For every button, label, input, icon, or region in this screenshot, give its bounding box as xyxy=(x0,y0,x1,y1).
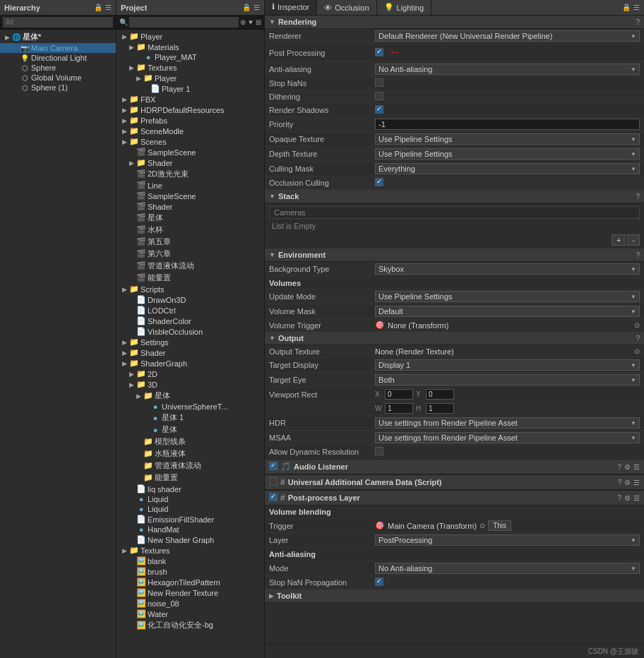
project-item-fbx[interactable]: ▶📁FBX xyxy=(117,94,264,104)
depth-texture-dropdown[interactable]: Use Pipeline Settings ▼ xyxy=(375,148,640,160)
project-item-handmat[interactable]: ●HandMat xyxy=(117,525,264,534)
project-item-shadercolor[interactable]: 📄ShaderColor xyxy=(117,316,264,326)
project-item-new-shader[interactable]: 📄New Shader Graph xyxy=(117,534,264,545)
rendering-section-header[interactable]: ▼ Rendering ? xyxy=(265,16,644,29)
project-item-3d-sg[interactable]: ▶📁3D xyxy=(117,379,264,390)
project-item-xingti-3d[interactable]: ▶📁星体 xyxy=(117,390,264,402)
project-item-ch6[interactable]: 🎬第六章 xyxy=(117,248,264,260)
environment-section-header[interactable]: ▼ Environment ? xyxy=(265,249,644,262)
project-item-noise08[interactable]: 🖼️noise_08 xyxy=(117,598,264,609)
occlusion-culling-checkbox[interactable] xyxy=(375,178,383,186)
project-item-player-f[interactable]: ▶📁Player xyxy=(117,73,264,83)
project-item-line[interactable]: 🎬Line xyxy=(117,180,264,191)
project-item-energy2[interactable]: 📁能量置 xyxy=(117,472,264,484)
culling-mask-dropdown[interactable]: Everything ▼ xyxy=(375,163,640,174)
project-item-player1[interactable]: 📄Player 1 xyxy=(117,83,264,94)
project-item-textures-p[interactable]: ▶📁Textures xyxy=(117,62,264,73)
toolkit-section-header[interactable]: ▶ Toolkit xyxy=(265,590,644,603)
project-item-brush[interactable]: 🖼️brush xyxy=(117,566,264,577)
viewport-w-input[interactable] xyxy=(385,403,413,414)
hierarchy-search-bar[interactable] xyxy=(0,16,116,30)
render-shadows-checkbox[interactable] xyxy=(375,105,383,114)
project-item-fluid2[interactable]: 📁管道液体流动 xyxy=(117,460,264,472)
stop-nan-checkbox[interactable] xyxy=(375,578,383,586)
project-item-emission[interactable]: 📄EmissionFillShader xyxy=(117,514,264,525)
tree-item-sphere-1[interactable]: ⬡ Sphere (1) xyxy=(0,83,116,92)
audio-listener-header[interactable]: 🎵 Audio Listener ? ⚙ ☰ xyxy=(265,459,644,474)
project-item-liq[interactable]: 📄liq shader xyxy=(117,484,264,494)
tab-inspector[interactable]: ℹ Inspector xyxy=(265,0,317,15)
project-item-ch5[interactable]: 🎬第五章 xyxy=(117,236,264,248)
project-item-moxing[interactable]: 📁模型线条 xyxy=(117,436,264,448)
project-item-fluid[interactable]: 🎬管道液体流动 xyxy=(117,260,264,272)
background-type-dropdown[interactable]: Skybox ▼ xyxy=(375,263,640,275)
project-item-liquid2[interactable]: ●Liquid xyxy=(117,504,264,514)
project-item-2d-sg[interactable]: ▶📁2D xyxy=(117,369,264,379)
project-item-shader3[interactable]: ▶📁Shader xyxy=(117,347,264,358)
project-item-sample-scene[interactable]: 🎬SampleScene xyxy=(117,147,264,157)
project-item-textures2[interactable]: ▶📁Textures xyxy=(117,545,264,556)
layer-dropdown[interactable]: PostProcessing ▼ xyxy=(375,534,640,546)
tree-item-sphere[interactable]: ⬡ Sphere xyxy=(0,63,116,73)
project-item-xingti2[interactable]: ●星体 xyxy=(117,424,264,436)
project-item-hdrp[interactable]: ▶📁HDRPDefaultResources xyxy=(117,104,264,115)
project-search-input[interactable] xyxy=(129,17,239,28)
dynamic-res-checkbox[interactable] xyxy=(375,447,383,455)
project-item-player-mat[interactable]: ●Player_MAT xyxy=(117,52,264,62)
project-item-shuitui[interactable]: 📁水瓶液体 xyxy=(117,448,264,460)
viewport-h-input[interactable] xyxy=(426,403,454,414)
tab-occlusion[interactable]: 👁 Occlusion xyxy=(317,0,376,15)
stack-section-header[interactable]: ▼ Stack ? xyxy=(265,190,644,203)
post-process-layer-header[interactable]: # Post-process Layer ? ⚙ ☰ ← xyxy=(265,490,644,506)
project-item-scenemodle[interactable]: ▶📁SceneModle xyxy=(117,126,264,136)
tree-item-star[interactable]: ▶ 🌐 星体* xyxy=(0,31,116,43)
project-item-2d-laser[interactable]: 🎬2D激光光束 xyxy=(117,168,264,180)
project-item-scripts[interactable]: ▶📁Scripts xyxy=(117,284,264,294)
project-item-materials[interactable]: ▶📁Materials xyxy=(117,42,264,52)
post-processing-checkbox[interactable] xyxy=(375,48,383,56)
viewport-y-input[interactable] xyxy=(426,389,454,400)
project-item-water[interactable]: 🖼️Water xyxy=(117,609,264,619)
output-section-header[interactable]: ▼ Output ? xyxy=(265,332,644,345)
trigger-this-button[interactable]: This xyxy=(488,520,511,531)
project-item-visible[interactable]: 📄VisbleOcclusion xyxy=(117,326,264,337)
hdr-dropdown[interactable]: Use settings from Render Pipeline Asset … xyxy=(375,417,640,429)
anti-aliasing-dropdown[interactable]: No Anti-aliasing ▼ xyxy=(375,64,640,75)
renderer-dropdown[interactable]: Default Renderer (New Universal Render P… xyxy=(375,30,640,42)
project-item-lodctrl[interactable]: 📄LODCtrl xyxy=(117,305,264,316)
project-item-sample-scene2[interactable]: 🎬SampleScene xyxy=(117,191,264,201)
tab-lighting[interactable]: 💡 Lighting xyxy=(377,0,432,15)
viewport-x-input[interactable] xyxy=(385,389,413,400)
project-item-new-render[interactable]: 🖼️New Render Texture xyxy=(117,587,264,598)
project-item-shader1[interactable]: ▶📁Shader xyxy=(117,157,264,168)
tree-item-global-volume[interactable]: ⬡ Global Volume xyxy=(0,73,116,83)
project-item-energy[interactable]: 🎬能量置 xyxy=(117,272,264,284)
dithering-checkbox[interactable] xyxy=(375,92,383,100)
volume-mask-dropdown[interactable]: Default ▼ xyxy=(375,306,640,317)
universal-camera-header[interactable]: # Universal Additional Camera Data (Scri… xyxy=(265,474,644,490)
target-display-dropdown[interactable]: Display 1 ▼ xyxy=(375,359,640,371)
project-item-scenes[interactable]: ▶📁Scenes xyxy=(117,136,264,147)
project-item-draw3d[interactable]: 📄DrawOn3D xyxy=(117,294,264,305)
update-mode-dropdown[interactable]: Use Pipeline Settings ▼ xyxy=(375,291,640,302)
target-eye-dropdown[interactable]: Both ▼ xyxy=(375,374,640,385)
aa-mode-dropdown[interactable]: No Anti-aliasing ▼ xyxy=(375,563,640,574)
project-item-xingti[interactable]: 🎬星体 xyxy=(117,212,264,224)
msaa-dropdown[interactable]: Use settings from Render Pipeline Asset … xyxy=(375,432,640,443)
project-item-universe[interactable]: ●UniverseSphereT... xyxy=(117,402,264,412)
project-item-xingti1[interactable]: ●星体 1 xyxy=(117,412,264,424)
project-item-shuibei[interactable]: 🎬水杯 xyxy=(117,224,264,236)
stop-nans-checkbox[interactable] xyxy=(375,78,383,87)
project-item-settings[interactable]: ▶📁Settings xyxy=(117,337,264,347)
project-item-prefabs[interactable]: ▶📁Prefabs xyxy=(117,115,264,126)
project-search-bar[interactable]: 🔍 ⊕ ▼ ⊞ xyxy=(117,16,264,30)
tree-item-main-camera[interactable]: 📷 Main Camera xyxy=(0,43,116,53)
project-item-hexagon[interactable]: 🖼️HexagonTiledPattern xyxy=(117,577,264,587)
project-item-shadergraph[interactable]: ▶📁ShaderGraph xyxy=(117,358,264,369)
stack-remove-button[interactable]: - xyxy=(627,234,640,246)
project-item-player[interactable]: ▶📁Player xyxy=(117,31,264,42)
stack-add-button[interactable]: + xyxy=(612,234,626,246)
project-item-safety-bg[interactable]: 🖼️化工自动化安全-bg xyxy=(117,619,264,631)
opaque-texture-dropdown[interactable]: Use Pipeline Settings ▼ xyxy=(375,133,640,145)
hierarchy-search-input[interactable] xyxy=(3,17,113,28)
